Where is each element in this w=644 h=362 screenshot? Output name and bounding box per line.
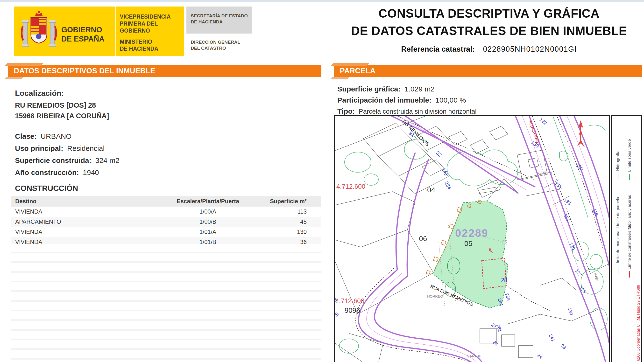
map-label: 04: [427, 186, 435, 194]
anio-construccion-row: Año construcción:1940: [15, 168, 99, 177]
table-cell: VIVIENDA: [11, 207, 164, 217]
table-cell: 113: [252, 207, 321, 217]
map-drawing: [335, 116, 609, 362]
map-label: GARAJE: [467, 354, 481, 358]
map-label: 9: [489, 248, 491, 251]
superficie-construida-value: 324 m2: [96, 156, 120, 164]
map-label: 05: [464, 240, 472, 247]
legend-item-label: Mobiliario y aceras: [627, 195, 632, 229]
legend-dash-icon: [629, 231, 630, 238]
section-header-datos-descriptivos: DATOS DESCRIPTIVOS DEL INMUEBLE: [8, 65, 322, 77]
map-label: 02289: [455, 228, 488, 238]
legend-item: Hidrografía: [616, 151, 620, 179]
map-label: CAPELA: [538, 171, 552, 174]
tipo-row: Tipo:Parcela construida sin división hor…: [337, 107, 477, 115]
map-label: 28: [501, 278, 507, 283]
tipo-label: Tipo:: [337, 107, 355, 115]
top-strip: [0, 0, 644, 2]
legend-dash-icon: [629, 271, 630, 278]
secretaria-estado-box: SECRETARÍA DE ESTADO DE HACIENDA: [186, 6, 252, 33]
referencia-catastral: Referencia catastral:0228905NH0102N0001G…: [336, 45, 642, 53]
clase-row: Clase:URBANO: [15, 132, 72, 140]
table-cell: 1/00/B: [164, 217, 252, 227]
legend-dash-icon: [629, 174, 630, 180]
address-line-2: 15968 RIBEIRA [A CORUÑA]: [15, 112, 109, 120]
legend-dash-icon: [618, 230, 618, 237]
table-cell: 1/00/A: [164, 207, 252, 217]
construccion-title: CONSTRUCCIÓN: [15, 184, 78, 193]
uso-principal-value: Residencial: [67, 144, 104, 152]
legend-dash-icon: [618, 267, 618, 274]
superficie-construida-label: Superficie construida:: [15, 156, 92, 164]
participacion-value: 100,00 %: [435, 96, 466, 104]
legend-item: Límite zona verde: [627, 139, 632, 180]
map-label: 4.712.600: [336, 183, 365, 190]
construccion-table-body: VIVIENDA1/00/A113APARCAMIENTO1/00/B45VIV…: [11, 207, 321, 247]
superficie-grafica-value: 1.029 m2: [404, 85, 435, 93]
clase-label: Clase:: [15, 132, 37, 140]
table-row: VIVIENDA1/01/A130: [11, 227, 321, 237]
cadastral-document: GOBIERNO DE ESPAÑA VICEPRESIDENCIA PRIME…: [0, 0, 644, 362]
spain-coat-of-arms-icon: [21, 9, 57, 54]
referencia-catastral-value: 0228905NH0102N0001GI: [483, 45, 577, 53]
document-title-block: CONSULTA DESCRIPTIVA Y GRÁFICA DE DATOS …: [336, 5, 642, 53]
table-row: VIVIENDA1/00/A113: [11, 207, 321, 217]
map-label: 9096: [344, 307, 360, 314]
map-legend: Límite de manzanaLímite de construccione…: [611, 115, 642, 362]
col-header-escalera: Escalera/Planta/Puerta: [164, 196, 252, 207]
empty-table-stripes: [11, 244, 321, 362]
map-label: 06: [419, 235, 427, 242]
construccion-table: Destino Escalera/Planta/Puerta Superfici…: [11, 196, 321, 247]
anio-construccion-value: 1940: [83, 168, 99, 176]
referencia-catastral-label: Referencia catastral:: [401, 45, 475, 53]
logo-divider: [116, 6, 116, 56]
cadastral-map: 4.712.6004.712.600DS REMEDIOS91321412840…: [334, 115, 610, 362]
table-cell: 1/01/A: [164, 227, 252, 237]
legend-item-label: Hidrografía: [616, 151, 620, 171]
participacion-row: Participación del inmueble:100,00 %: [337, 96, 466, 104]
address-line-1: RU REMEDIOS [DOS] 28: [15, 101, 96, 109]
col-header-superficie: Superficie m²: [252, 196, 321, 207]
document-title: CONSULTA DESCRIPTIVA Y GRÁFICA DE DATOS …: [336, 5, 642, 39]
construccion-table-header: Destino Escalera/Planta/Puerta Superfici…: [11, 196, 321, 207]
gobierno-de-espana-label: GOBIERNO DE ESPAÑA: [61, 25, 104, 44]
scale-note: 6200 Coordenadas U.T.M. Huso 29 ETRS89: [636, 285, 640, 361]
government-logo-block: GOBIERNO DE ESPAÑA VICEPRESIDENCIA PRIME…: [14, 6, 184, 56]
ministerio-hacienda-label: MINISTERIO DE HACIENDA: [120, 38, 158, 52]
vicepresidencia-label: VICEPRESIDENCIA PRIMERA DEL GOBIERNO: [120, 13, 184, 34]
col-header-destino: Destino: [11, 196, 164, 207]
table-cell: VIVIENDA: [11, 227, 164, 237]
uso-principal-label: Uso principal:: [15, 144, 63, 152]
legend-item: Mobiliario y aceras: [627, 195, 632, 238]
table-cell: 45: [252, 217, 321, 227]
legend-item: Límite de parcela: [616, 197, 620, 237]
table-row: APARCAMIENTO1/00/B45: [11, 217, 321, 227]
map-label: 4.712.600: [336, 298, 364, 304]
localizacion-label: Localización:: [15, 89, 64, 98]
secretaria-estado-label: SECRETARÍA DE ESTADO DE HACIENDA: [191, 13, 248, 25]
anio-construccion-label: Año construcción:: [15, 168, 79, 176]
superficie-grafica-label: Superficie gráfica:: [337, 85, 400, 93]
table-cell: 130: [252, 227, 321, 237]
superficie-construida-row: Superficie construida:324 m2: [15, 156, 120, 165]
map-label: HORREO: [427, 295, 443, 298]
legend-item-label: Límite zona verde: [627, 139, 632, 172]
clase-value: URBANO: [40, 132, 72, 140]
section-header-parcela: PARCELA: [334, 65, 642, 77]
tipo-value: Parcela construida sin división horizont…: [359, 108, 477, 115]
uso-principal-row: Uso principal:Residencial: [15, 144, 104, 153]
legend-dash-icon: [618, 173, 618, 179]
participacion-label: Participación del inmueble:: [337, 96, 432, 104]
legend-item-label: Límite de parcela: [616, 197, 620, 228]
superficie-grafica-row: Superficie gráfica:1.029 m2: [337, 85, 435, 93]
table-cell: APARCAMIENTO: [11, 217, 164, 227]
legend-item: Límite de manzana: [616, 231, 620, 274]
direccion-general-catastro-label: DIRECCIÓN GENERAL DEL CATASTRO: [191, 39, 240, 51]
